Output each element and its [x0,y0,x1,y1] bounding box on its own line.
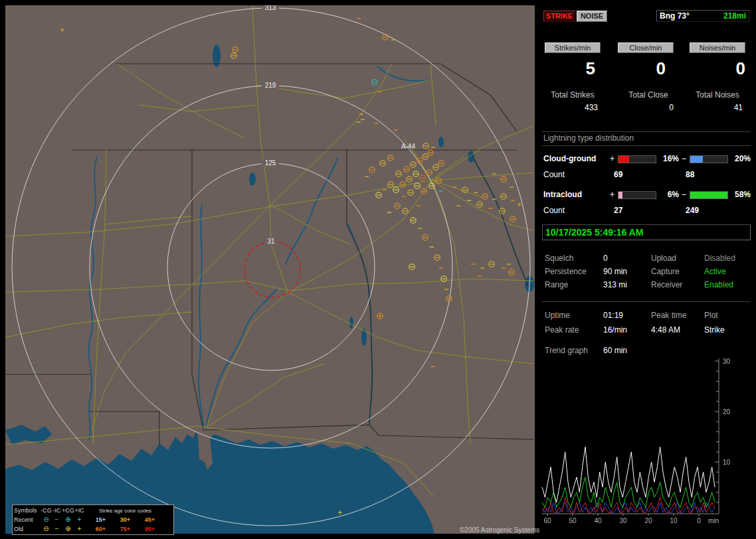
legend-symbols-header: Symbols [14,507,41,514]
intracloud-row: Intracloud + 6% − 58% [543,190,749,199]
count-label: Count [543,206,565,215]
squelch-label: Squelch [545,254,573,263]
negative-pct: 20% [731,154,751,163]
circle-plus-icon: ⊕ [62,516,74,523]
capture-status: Active [704,267,726,276]
app-window: 313 219 125 31 A-44 Symbols -CG -IC +CG … [0,0,756,539]
close-per-min-header[interactable]: Close/min [618,42,674,53]
strike-button[interactable]: STRIKE [543,11,575,22]
ring-label-31: 31 [267,238,275,245]
copyright-text: ©2005 Astrogenic Systems [460,526,539,534]
map-canvas[interactable]: 313 219 125 31 A-44 [5,5,535,534]
negative-bar-fill [690,192,727,198]
total-close-value: 0 [620,103,674,112]
persistence-value: 90 min [603,267,627,276]
legend-row-recent-label: Recent [14,516,41,523]
circle-plus-icon: ⊕ [62,526,74,532]
persistence-label: Persistence [545,267,587,276]
bearing-display: Bng 73° 218mi [656,10,749,22]
strikes-per-min-header[interactable]: Strikes/min [545,42,601,53]
positive-bar [618,155,656,163]
x-unit-label: min [708,517,719,524]
negative-sign: − [682,154,686,163]
x-tick-30: 30 [619,517,627,524]
age-30: 30+ [113,516,138,523]
total-strikes-value: 433 [545,103,598,112]
uptime-label: Uptime [545,311,570,320]
age-60: 60+ [88,526,113,532]
noise-button[interactable]: NOISE [577,11,607,22]
noises-per-min-header[interactable]: Noises/min [690,42,745,53]
negative-bar-fill [690,156,703,163]
positive-bar-fill [618,192,622,198]
x-tick-0: 0 [697,517,701,524]
intracloud-count-row: Count 27 249 [543,206,749,215]
positive-pct: 16% [658,154,679,163]
legend-col-pos-ic: +IC [74,507,84,514]
total-noises-label: Total Noises [690,90,745,100]
settings-row: Persistence 90 min Capture Active [539,267,753,277]
datetime-display: 10/17/2025 5:49:16 AM [542,224,751,240]
upload-status: Disabled [704,254,735,263]
cloud-ground-row: Cloud-ground + 16% − 20% [543,154,749,163]
noises-rate: 0 [690,58,745,79]
y-tick-30: 30 [723,358,731,365]
positive-bar [618,191,656,199]
range-label: Range [545,280,568,289]
negative-count: 249 [686,206,699,215]
age-75: 75+ [113,526,138,532]
strikes-rate: 5 [545,58,595,79]
plot-label: Plot [704,311,718,320]
capture-label: Capture [651,267,680,276]
x-tick-20: 20 [644,517,652,524]
status-row: Uptime 01:19 Peak time Plot [539,311,753,321]
positive-count: 69 [614,170,622,179]
map-svg: 313 219 125 31 A-44 [5,5,535,534]
positive-count: 27 [614,206,622,215]
total-close-label: Total Close [620,90,676,100]
age-15: 15+ [88,516,113,523]
cloud-ground-count-row: Count 69 88 [543,170,749,179]
y-tick-20: 20 [723,408,731,416]
negative-count: 88 [686,170,694,179]
positive-sign: + [610,154,614,163]
plus-icon: + [74,526,84,532]
minus-icon: − [52,516,62,523]
receiver-status: Enabled [704,280,733,289]
distribution-title: Lightning type distribution [543,133,634,143]
legend-col-neg-ic: -IC [52,507,62,514]
minus-icon: − [52,526,62,532]
legend-col-neg-cg: -CG [41,507,52,514]
x-tick-50: 50 [569,517,577,524]
negative-bar [690,155,728,163]
squelch-value: 0 [603,254,608,263]
uptime-value: 01:19 [603,311,623,320]
trend-window-value: 60 min [603,346,627,355]
total-noises-value: 41 [690,103,743,112]
x-tick-60: 60 [543,517,551,524]
trend-graph-label: Trend graph [545,346,588,355]
legend-row-old-label: Old [14,526,41,532]
bearing-value: Bng 73° [660,11,690,21]
divider [542,145,751,146]
legend-age-title: Strike age color codes [88,508,162,514]
circle-minus-icon: ⊖ [41,526,52,532]
upload-label: Upload [651,254,676,263]
strike-legend: Symbols -CG -IC +CG +IC Strike age color… [12,504,174,535]
x-tick-10: 10 [670,517,678,524]
plot-value: Strike [704,325,725,335]
positive-sign: + [610,190,614,199]
y-tick-10: 10 [723,459,731,466]
negative-sign: − [682,190,686,199]
status-row: Peak rate 16/min 4:48 AM Strike [539,325,753,336]
peak-rate-value: 16/min [603,325,627,335]
receiver-label: Receiver [651,280,682,289]
divider [542,131,751,132]
settings-row: Range 313 mi Receiver Enabled [539,280,753,291]
side-panel: STRIKE NOISE Bng 73° 218mi Strikes/min C… [539,5,753,534]
ring-label-125: 125 [265,159,276,167]
negative-pct: 58% [731,190,751,199]
circle-minus-icon: ⊖ [41,516,52,523]
settings-row: Squelch 0 Upload Disabled [539,254,753,264]
type-name: Cloud-ground [543,154,596,163]
